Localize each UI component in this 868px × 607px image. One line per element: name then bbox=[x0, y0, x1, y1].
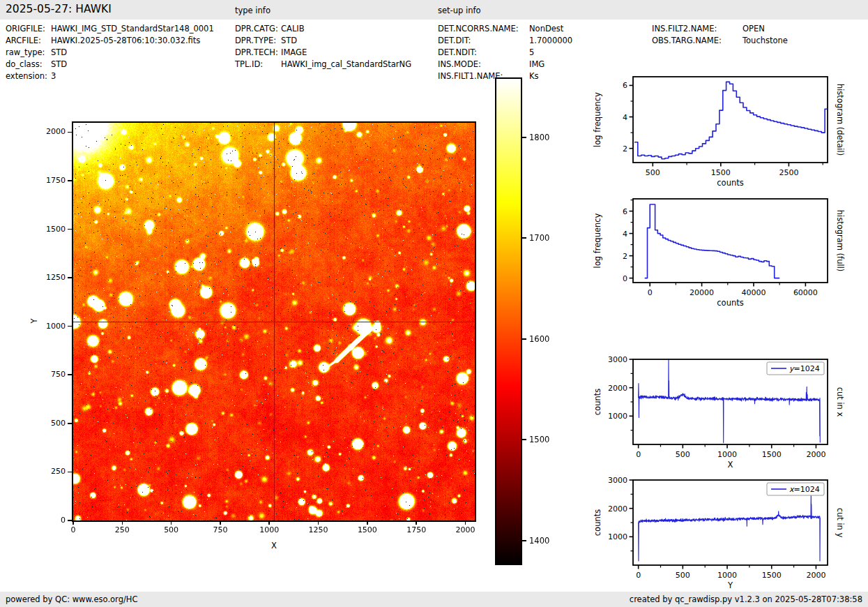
meta-row: INS.MODE:IMG bbox=[438, 59, 572, 70]
y-tick bbox=[68, 277, 72, 278]
x-tick-label: 500 bbox=[156, 525, 187, 534]
y-tick-label: 4 bbox=[623, 113, 627, 122]
histogram-full-ylabel: log frequency bbox=[593, 213, 602, 268]
x-tick-label: 0 bbox=[58, 525, 89, 534]
colorbar-tick bbox=[522, 540, 526, 541]
meta-row: DPR.TECH:IMAGE bbox=[235, 47, 411, 59]
x-tick-label: 2000 bbox=[450, 525, 481, 534]
y-tick-label: 0 bbox=[36, 516, 66, 525]
meta-row: DET.NDIT:5 bbox=[438, 47, 572, 59]
y-tick-label: 1000 bbox=[36, 322, 66, 331]
y-tick-label: 4 bbox=[623, 230, 627, 239]
cut-in-y-xlabel: Y bbox=[727, 580, 733, 590]
y-tick-label: 2000 bbox=[608, 504, 627, 514]
y-tick-label: 2000 bbox=[608, 384, 627, 393]
y-tick-label: 3000 bbox=[608, 476, 627, 485]
y-tick-label: 1000 bbox=[608, 532, 627, 541]
histogram-detail-side-label: histogram (detail) bbox=[835, 84, 845, 156]
meta-label: raw_type: bbox=[6, 47, 51, 59]
x-tick bbox=[465, 520, 466, 525]
y-tick bbox=[68, 180, 72, 181]
meta-label: DET.NDIT: bbox=[438, 47, 529, 59]
cut-in-y-ylabel: counts bbox=[593, 509, 602, 536]
axes-frame bbox=[633, 77, 828, 163]
y-tick-label: 6 bbox=[623, 207, 627, 216]
y-tick-label: 750 bbox=[36, 370, 66, 379]
y-tick-label: 1250 bbox=[36, 273, 66, 282]
cut-in-x-side-label: cut in x bbox=[835, 387, 845, 417]
main-image-frame bbox=[72, 121, 476, 522]
y-tick bbox=[68, 229, 72, 230]
x-tick-label: 1500 bbox=[711, 168, 731, 177]
hawki-qc-report: 2025-05-27: HAWKI type info set-up info … bbox=[0, 0, 868, 607]
meta-value: IMAGE bbox=[281, 47, 307, 57]
legend-label: x=1024 bbox=[789, 485, 820, 494]
x-tick bbox=[171, 520, 172, 525]
meta-label: DPR.TECH: bbox=[235, 47, 281, 59]
colorbar-tick-label: 1400 bbox=[529, 536, 549, 546]
x-tick-label: 500 bbox=[646, 168, 660, 177]
footer-right-text: created by qc_rawdisp.py v1.2.3 on 2025-… bbox=[630, 594, 862, 604]
y-tick-label: 2 bbox=[623, 144, 627, 153]
main-image-ylabel: Y bbox=[29, 318, 39, 323]
meta-value: Ks bbox=[529, 71, 539, 81]
y-tick-label: 1500 bbox=[36, 225, 66, 234]
x-tick-label: 60000 bbox=[793, 288, 818, 297]
x-tick-label: 1000 bbox=[717, 571, 737, 580]
y-tick-label: 2000 bbox=[36, 127, 66, 136]
y-tick-label: 2 bbox=[623, 252, 627, 261]
y-tick-label: 500 bbox=[36, 419, 66, 428]
meta-value: 1.7000000 bbox=[529, 36, 572, 45]
type-info-list: DPR.CATG:CALIBDPR.TYPE:STDDPR.TECH:IMAGE… bbox=[235, 23, 411, 70]
x-tick bbox=[416, 520, 417, 525]
meta-value: CALIB bbox=[281, 24, 305, 33]
footer-left-text: powered by QC: www.eso.org/HC bbox=[6, 594, 137, 604]
colorbar-tick bbox=[522, 338, 526, 340]
meta-value: OPEN bbox=[743, 24, 765, 33]
meta-row: ARCFILE:HAWKI.2025-05-28T06:10:30.032.fi… bbox=[6, 35, 214, 47]
colorbar-tick-label: 1700 bbox=[529, 233, 549, 243]
star-field-image bbox=[73, 123, 475, 520]
meta-row: INS.FILT2.NAME:OPEN bbox=[652, 23, 788, 35]
meta-label: do_class: bbox=[6, 59, 51, 70]
x-tick-label: 1500 bbox=[762, 571, 782, 580]
setup-info-col2: INS.FILT2.NAME:OPENOBS.TARG.NAME:Touchst… bbox=[652, 23, 788, 47]
meta-label: INS.MODE: bbox=[438, 59, 529, 70]
y-tick bbox=[68, 132, 72, 133]
x-tick-label: 750 bbox=[205, 525, 236, 534]
meta-label: OBS.TARG.NAME: bbox=[652, 35, 743, 47]
x-tick-label: 1500 bbox=[762, 450, 782, 459]
x-tick bbox=[318, 520, 319, 525]
colorbar bbox=[495, 77, 522, 565]
main-image-xlabel: X bbox=[259, 541, 289, 550]
x-tick bbox=[367, 520, 368, 525]
cut-in-x-ylabel: counts bbox=[593, 389, 602, 415]
meta-value: STD bbox=[51, 47, 67, 57]
y-tick-label: 1750 bbox=[36, 176, 66, 185]
meta-label: DET.DIT: bbox=[438, 35, 529, 47]
header-banner: 2025-05-27: HAWKI type info set-up info bbox=[0, 0, 868, 20]
x-tick-label: 0 bbox=[636, 571, 641, 580]
x-tick-label: 500 bbox=[676, 450, 690, 459]
histogram-detail-xlabel: counts bbox=[717, 178, 743, 188]
x-tick-label: 250 bbox=[107, 525, 137, 534]
setup-info-col1: DET.NCORRS.NAME:NonDestDET.DIT:1.7000000… bbox=[438, 23, 572, 82]
meta-label: DPR.TYPE: bbox=[235, 35, 281, 47]
page-title: 2025-05-27: HAWKI bbox=[6, 3, 112, 15]
meta-label: INS.FILT2.NAME: bbox=[652, 23, 743, 35]
x-tick bbox=[122, 520, 123, 525]
x-tick-label: 0 bbox=[648, 288, 653, 297]
x-tick bbox=[73, 520, 74, 525]
histogram-full-side-label: histogram (full) bbox=[835, 210, 845, 272]
x-tick-label: 2000 bbox=[806, 571, 825, 580]
meta-row: extension:3 bbox=[6, 70, 214, 82]
meta-row: DET.DIT:1.7000000 bbox=[438, 35, 572, 47]
meta-row: OBS.TARG.NAME:Touchstone bbox=[652, 35, 788, 47]
y-tick-label: 1000 bbox=[608, 412, 627, 421]
histogram-full-xlabel: counts bbox=[717, 298, 743, 308]
meta-value: Touchstone bbox=[743, 36, 788, 45]
meta-label: TPL.ID: bbox=[235, 59, 281, 70]
meta-label: ORIGFILE: bbox=[6, 23, 51, 35]
x-tick-label: 20000 bbox=[690, 288, 714, 297]
y-tick-label: 3000 bbox=[608, 355, 627, 364]
